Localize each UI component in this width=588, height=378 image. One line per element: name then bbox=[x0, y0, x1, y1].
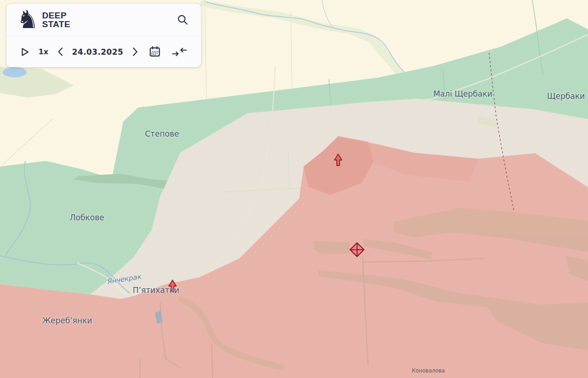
chevron-left-icon bbox=[57, 47, 63, 57]
prev-day-button[interactable] bbox=[55, 45, 65, 58]
calendar-button[interactable] bbox=[147, 44, 163, 60]
jump-to-latest-button[interactable] bbox=[170, 45, 189, 59]
calendar-icon bbox=[149, 46, 161, 58]
collapse-arrows-icon bbox=[172, 47, 187, 57]
brand-line2: STATE bbox=[42, 20, 70, 29]
deepstate-logo[interactable]: ♞ DEEP STATE bbox=[17, 9, 70, 30]
panel-header: ♞ DEEP STATE bbox=[6, 4, 201, 36]
brand-wordmark: DEEP STATE bbox=[42, 11, 70, 29]
play-button[interactable] bbox=[18, 45, 32, 59]
search-icon bbox=[177, 14, 189, 26]
play-icon bbox=[20, 47, 30, 57]
chevron-right-icon bbox=[132, 47, 138, 57]
current-date[interactable]: 24.03.2025 bbox=[72, 47, 123, 57]
playback-controls: 1x 24.03.2025 bbox=[6, 36, 201, 67]
brand-line1: DEEP bbox=[42, 11, 70, 20]
knight-logo-icon: ♞ bbox=[17, 9, 39, 30]
control-panel: ♞ DEEP STATE 1x 24.03.2025 bbox=[6, 4, 201, 67]
search-button[interactable] bbox=[175, 12, 191, 28]
playback-speed[interactable]: 1x bbox=[39, 47, 48, 56]
next-day-button[interactable] bbox=[130, 45, 140, 58]
